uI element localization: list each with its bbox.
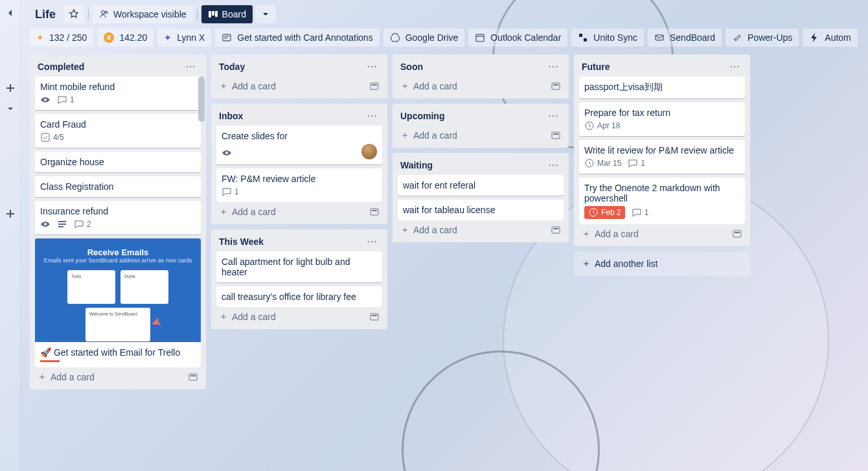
card[interactable]: Card Fraud4/5 bbox=[35, 114, 201, 148]
description-icon bbox=[57, 219, 67, 229]
card[interactable]: Try the Onenote 2 markdown with powershe… bbox=[579, 178, 745, 224]
card[interactable]: Organize house bbox=[35, 152, 201, 172]
list-menu-button[interactable]: ⋯ bbox=[545, 61, 561, 73]
add-card-button[interactable]: ＋Add a card bbox=[582, 228, 639, 240]
add-card-button[interactable]: ＋Add a card bbox=[219, 206, 276, 218]
sync-icon bbox=[578, 32, 588, 43]
powerups-button[interactable]: Power-Ups bbox=[725, 29, 799, 47]
list-menu-button[interactable]: ⋯ bbox=[364, 61, 380, 73]
view-switch-button[interactable] bbox=[255, 5, 276, 23]
board-view-button[interactable]: Board bbox=[201, 5, 253, 23]
spark-icon: ✦ bbox=[36, 32, 44, 43]
list-menu-button[interactable]: ⋯ bbox=[727, 61, 742, 73]
card[interactable]: Class Registration bbox=[35, 176, 201, 197]
member-avatar[interactable] bbox=[361, 144, 377, 159]
add-card-button[interactable]: ＋Add a card bbox=[400, 224, 457, 236]
cover-demo-card: Welcome to SendBoard bbox=[86, 308, 150, 341]
powerup-unito[interactable]: Unito Sync bbox=[571, 29, 644, 47]
comments-badge: 1 bbox=[628, 158, 645, 168]
template-button[interactable] bbox=[551, 225, 561, 235]
star-button[interactable] bbox=[63, 5, 84, 23]
scrollbar[interactable] bbox=[198, 76, 205, 122]
star-icon bbox=[69, 9, 79, 19]
svg-rect-22 bbox=[372, 210, 377, 211]
card[interactable]: wait for ent referal bbox=[398, 175, 564, 196]
separator bbox=[88, 9, 89, 19]
template-button[interactable] bbox=[732, 229, 742, 239]
list-title[interactable]: Soon bbox=[400, 62, 423, 72]
template-button[interactable] bbox=[369, 312, 380, 322]
checklist-badge: 4/5 bbox=[40, 132, 64, 143]
list-menu-button[interactable]: ⋯ bbox=[545, 159, 561, 171]
add-card-button[interactable]: ＋Add a card bbox=[400, 130, 457, 141]
credits-label: 142.20 bbox=[119, 32, 147, 43]
powerup-annotations[interactable]: Get started with Card Annotations bbox=[215, 29, 379, 47]
powerup-outlook[interactable]: Outlook Calendar bbox=[468, 29, 567, 47]
svg-rect-12 bbox=[656, 35, 663, 40]
list-title[interactable]: Future bbox=[582, 62, 610, 72]
card[interactable]: Write lit review for P&M review articleM… bbox=[579, 140, 745, 174]
card-title: wait for tableau license bbox=[403, 205, 558, 215]
list-menu-button[interactable]: ⋯ bbox=[364, 110, 380, 122]
card[interactable]: Prepare for tax returnApr 18 bbox=[579, 102, 745, 136]
card[interactable]: Create slides for bbox=[216, 126, 382, 165]
powerup-sendboard[interactable]: SendBoard bbox=[648, 29, 722, 47]
card[interactable]: Insurance refund2 bbox=[35, 201, 201, 235]
add-card-button[interactable]: ＋Add a card bbox=[219, 80, 276, 92]
add-card-button[interactable]: ＋Add a card bbox=[219, 311, 276, 323]
card[interactable]: call treasury's office for library fee bbox=[216, 286, 382, 307]
due-badge: Mar 15 bbox=[584, 158, 621, 168]
svg-rect-2 bbox=[209, 11, 211, 17]
template-button[interactable] bbox=[369, 81, 380, 91]
board-canvas[interactable]: Completed⋯ Mint mobile refund1 Card Frau… bbox=[27, 52, 862, 466]
template-button[interactable] bbox=[551, 81, 561, 91]
comments-badge: 1 bbox=[632, 207, 649, 218]
points-button[interactable]: ✦132 / 250 bbox=[30, 29, 93, 47]
board-title[interactable]: Life bbox=[30, 8, 61, 21]
add-card-button[interactable]: ＋Add a card bbox=[38, 371, 95, 383]
clock-icon bbox=[584, 121, 595, 131]
template-button[interactable] bbox=[551, 130, 561, 141]
rail-add-icon[interactable] bbox=[3, 80, 18, 96]
list-title[interactable]: Completed bbox=[38, 62, 84, 72]
separator bbox=[197, 9, 198, 19]
rail-add2-icon[interactable] bbox=[3, 206, 18, 222]
svg-rect-29 bbox=[552, 227, 560, 233]
list-menu-button[interactable]: ⋯ bbox=[364, 236, 380, 247]
rail-collapse-icon[interactable] bbox=[3, 5, 18, 21]
card-title: Call apartment for light bulb and heater bbox=[222, 257, 377, 277]
list-title[interactable]: This Week bbox=[219, 236, 264, 247]
card[interactable]: wait for tableau license bbox=[398, 200, 564, 220]
automation-button[interactable]: Autom bbox=[803, 29, 857, 47]
tool-label: Unito Sync bbox=[593, 32, 637, 43]
card[interactable]: passport上visa到期 bbox=[579, 76, 745, 98]
card-title: call treasury's office for library fee bbox=[222, 292, 377, 302]
list-title[interactable]: Waiting bbox=[400, 160, 433, 170]
tool-label: Outlook Calendar bbox=[490, 32, 561, 43]
list-title[interactable]: Upcoming bbox=[400, 111, 444, 121]
template-button[interactable] bbox=[369, 207, 380, 217]
add-list-button[interactable]: ＋Add another list bbox=[574, 251, 750, 276]
add-card-button[interactable]: ＋Add a card bbox=[400, 80, 457, 92]
svg-rect-25 bbox=[552, 83, 560, 89]
template-button[interactable] bbox=[188, 372, 198, 382]
watch-badge bbox=[40, 95, 51, 105]
card[interactable]: Receive Emails Emails sent your SendBoar… bbox=[35, 238, 201, 367]
card[interactable]: Mint mobile refund1 bbox=[35, 76, 201, 110]
card-title: Write lit review for P&M review article bbox=[584, 145, 740, 155]
credits-button[interactable]: ¢142.20 bbox=[97, 29, 154, 47]
rail-expand-icon[interactable] bbox=[3, 101, 18, 117]
card[interactable]: Call apartment for light bulb and heater bbox=[216, 251, 382, 282]
list-menu-button[interactable]: ⋯ bbox=[545, 110, 561, 122]
list-title[interactable]: Inbox bbox=[219, 111, 243, 121]
butler-button[interactable]: ✦Lynn X bbox=[157, 29, 211, 47]
card[interactable]: FW: P&M review article1 bbox=[216, 168, 382, 202]
workspace-visibility-button[interactable]: Workspace visible bbox=[93, 5, 193, 23]
tool-label: Autom bbox=[825, 32, 851, 43]
list-menu-button[interactable]: ⋯ bbox=[183, 61, 198, 73]
list-title[interactable]: Today bbox=[219, 62, 245, 72]
card-title: Create slides for bbox=[222, 131, 377, 141]
svg-rect-8 bbox=[476, 34, 484, 41]
powerup-drive[interactable]: Google Drive bbox=[383, 29, 465, 47]
comments-badge: 1 bbox=[57, 95, 74, 105]
